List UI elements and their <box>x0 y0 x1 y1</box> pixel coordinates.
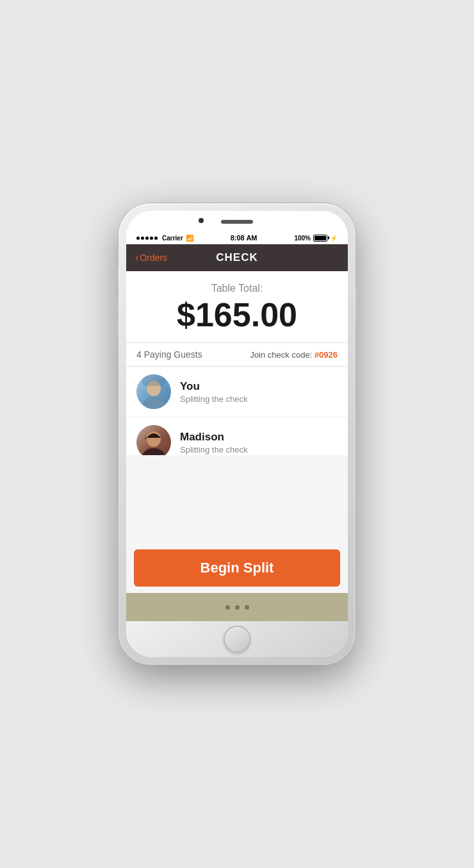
lightning-icon: ⚡ <box>330 235 338 242</box>
battery-indicator <box>313 235 327 242</box>
guest-list: You Splitting the check Mad <box>126 367 348 455</box>
phone-screen: Carrier 📶 8:08 AM 100% ⚡ ‹ Orders CHECK <box>126 211 348 657</box>
battery-percent: 100% <box>294 235 311 242</box>
table-total-label: Table Total: <box>136 283 338 294</box>
guest-item-madison[interactable]: Madison Splitting the check <box>126 417 348 455</box>
phone-top-area <box>126 211 348 231</box>
guest-name-madison: Madison <box>180 431 338 444</box>
guest-info-madison: Madison Splitting the check <box>180 431 338 455</box>
table-total-amount: $165.00 <box>136 297 338 333</box>
page-title: CHECK <box>216 251 257 264</box>
phone-frame: Carrier 📶 8:08 AM 100% ⚡ ‹ Orders CHECK <box>118 203 356 665</box>
empty-space <box>126 455 348 543</box>
guest-name-you: You <box>180 380 338 393</box>
join-code-number: #0926 <box>315 350 338 360</box>
status-time: 8:08 AM <box>231 234 257 242</box>
svg-point-4 <box>142 448 165 455</box>
signal-strength <box>136 237 158 240</box>
back-arrow-icon: ‹ <box>135 252 138 263</box>
home-button[interactable] <box>224 626 250 653</box>
svg-point-1 <box>142 397 165 409</box>
screen-content: Table Total: $165.00 4 Paying Guests Joi… <box>126 271 348 621</box>
guests-bar: 4 Paying Guests Join check code: #0926 <box>126 343 348 367</box>
tab-bar <box>126 593 348 621</box>
wifi-icon: 📶 <box>186 235 193 242</box>
join-code-text: Join check code: #0926 <box>250 350 338 360</box>
tab-dot-1 <box>225 605 230 610</box>
back-button[interactable]: ‹ Orders <box>135 252 167 263</box>
carrier-label: Carrier <box>162 235 183 242</box>
avatar-madison <box>136 425 171 455</box>
tab-dot-2 <box>235 605 240 610</box>
nav-bar: ‹ Orders CHECK <box>126 244 348 271</box>
back-label: Orders <box>140 253 167 263</box>
guests-count: 4 Paying Guests <box>136 349 202 360</box>
svg-rect-2 <box>142 374 165 386</box>
tab-dot-3 <box>245 605 249 610</box>
guest-info-you: You Splitting the check <box>180 380 338 404</box>
total-section: Table Total: $165.00 <box>126 271 348 343</box>
guest-status-madison: Splitting the check <box>180 445 338 455</box>
avatar-you <box>136 374 171 409</box>
status-left: Carrier 📶 <box>136 235 193 242</box>
begin-split-button[interactable]: Begin Split <box>134 549 340 587</box>
guest-item-you[interactable]: You Splitting the check <box>126 367 348 417</box>
status-right: 100% ⚡ <box>294 235 338 242</box>
home-button-area <box>126 621 348 657</box>
guest-status-you: Splitting the check <box>180 394 338 404</box>
join-code-label: Join check code: <box>250 350 314 360</box>
speaker <box>221 220 253 224</box>
camera <box>199 218 204 223</box>
status-bar: Carrier 📶 8:08 AM 100% ⚡ <box>126 231 348 244</box>
